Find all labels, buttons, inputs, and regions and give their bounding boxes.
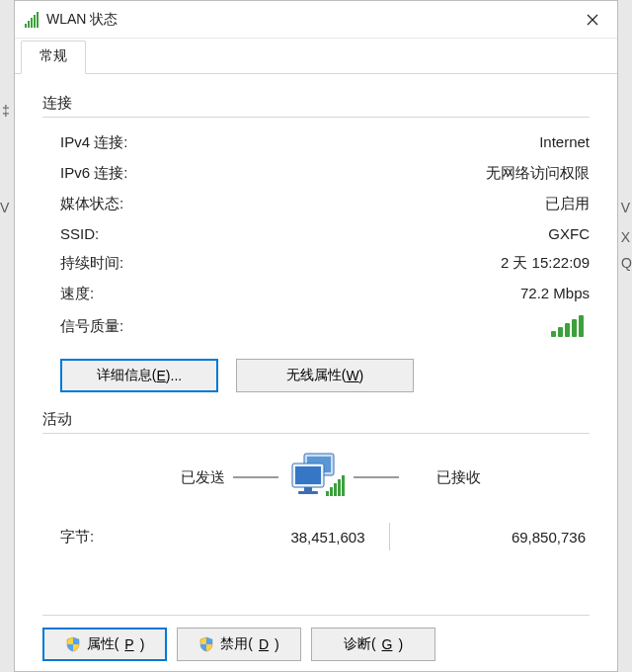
signal-quality-icon [551,315,584,337]
connection-heading: 连接 [42,94,590,113]
content-area: 连接 IPv4 连接: Internet IPv6 连接: 无网络访问权限 媒体… [15,74,617,570]
ipv4-label: IPv4 连接: [60,133,127,152]
divider [233,476,278,478]
shield-icon [65,636,81,652]
ssid-value: GXFC [548,225,590,242]
signal-quality-label: 信号质量: [60,317,551,336]
divider [42,433,590,434]
close-button[interactable] [572,5,613,35]
titlebar[interactable]: WLAN 状态 [15,1,617,39]
disable-button[interactable]: 禁用(D) [177,628,301,661]
svg-rect-4 [304,487,312,491]
ipv6-label: IPv6 连接: [60,164,127,183]
bg-hint: V [621,200,630,215]
ssid-label: SSID: [60,225,99,242]
duration-value: 2 天 15:22:09 [501,254,590,273]
bytes-label: 字节: [60,528,169,546]
speed-label: 速度: [60,285,94,303]
svg-rect-5 [298,491,318,494]
bytes-sent-value: 38,451,603 [169,529,389,546]
media-value: 已启用 [545,195,590,213]
bg-hint: ‡ [2,103,10,119]
received-label: 已接收 [407,468,545,487]
wireless-properties-button[interactable]: 无线属性(W) [236,359,414,392]
tab-strip: 常规 [15,39,617,74]
svg-rect-7 [330,487,333,496]
row-media: 媒体状态: 已启用 [42,189,590,219]
wifi-icon [25,12,40,28]
row-ssid: SSID: GXFC [42,219,590,248]
svg-rect-6 [326,491,329,496]
activity-group: 活动 已发送 [42,410,590,556]
row-signal-quality: 信号质量: [42,309,590,343]
properties-button[interactable]: 属性(P) [42,628,167,661]
connection-buttons: 详细信息(E)... 无线属性(W) [60,359,590,392]
row-ipv6: IPv6 连接: 无网络访问权限 [42,158,590,189]
details-button[interactable]: 详细信息(E)... [60,359,218,392]
divider [42,615,590,616]
network-activity-icon [286,452,346,503]
shield-icon [198,636,214,652]
svg-rect-9 [338,479,341,496]
sent-label: 已发送 [87,468,225,487]
divider [354,476,399,478]
row-ipv4: IPv4 连接: Internet [42,127,590,158]
bytes-row: 字节: 38,451,603 69,850,736 [42,509,590,556]
activity-heading: 活动 [42,410,590,429]
svg-rect-10 [342,475,345,496]
activity-visual: 已发送 [42,444,590,509]
bg-hint: X [621,229,630,245]
bg-hint: Q [621,255,632,271]
tab-general[interactable]: 常规 [21,41,86,74]
media-label: 媒体状态: [60,195,123,213]
svg-rect-8 [334,483,337,496]
bg-hint: V [0,200,9,215]
speed-value: 72.2 Mbps [520,285,590,303]
row-speed: 速度: 72.2 Mbps [42,279,590,309]
ipv4-value: Internet [539,133,590,152]
diagnose-button[interactable]: 诊断(G) [311,628,435,661]
footer: 属性(P) 禁用(D) 诊断(G) [15,605,617,671]
row-duration: 持续时间: 2 天 15:22:09 [42,248,590,279]
wlan-status-window: WLAN 状态 常规 连接 IPv4 连接: Internet IPv6 连接:… [14,0,618,672]
svg-rect-3 [295,466,321,484]
divider [42,117,590,118]
window-title: WLAN 状态 [46,11,572,29]
close-icon [587,14,598,26]
duration-label: 持续时间: [60,254,123,273]
bytes-recv-value: 69,850,736 [390,529,591,546]
footer-buttons: 属性(P) 禁用(D) 诊断(G) [42,628,590,661]
ipv6-value: 无网络访问权限 [486,164,590,183]
